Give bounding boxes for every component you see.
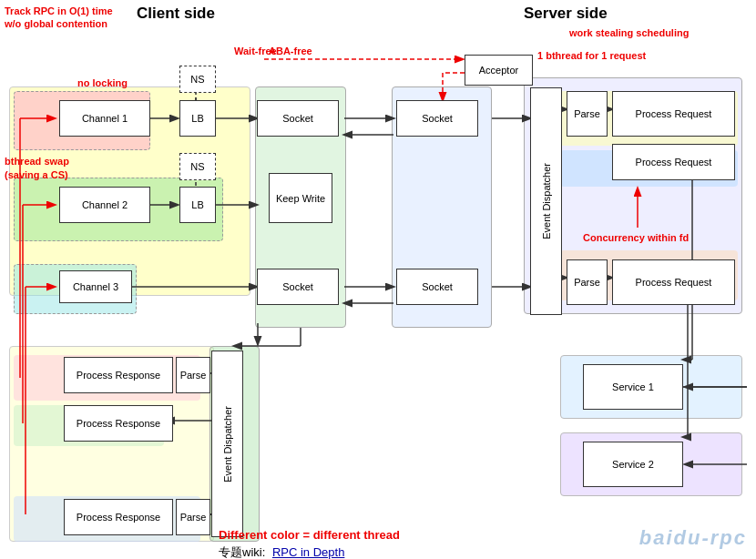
baidu-rpc-watermark: baidu-rpc	[639, 526, 747, 550]
title-server: Server side	[524, 5, 608, 23]
wait-free-label: Wait-free	[234, 46, 277, 56]
process-resp1-box: Process Response	[64, 357, 173, 393]
parse3-client-box: Parse	[176, 357, 210, 393]
event-dispatcher-server-box: Event Dispatcher	[530, 87, 562, 315]
socket-server2-box: Socket	[396, 269, 478, 305]
ns1-box: NS	[179, 66, 216, 93]
process-resp3-box: Process Response	[64, 499, 173, 535]
service1-box: Service 1	[583, 364, 683, 410]
no-locking-label: no locking	[77, 77, 128, 88]
parse1-server-box: Parse	[567, 91, 608, 137]
wiki-link[interactable]: RPC in Depth	[272, 545, 344, 559]
process-req3-box: Process Request	[612, 259, 735, 305]
socket-client1-box: Socket	[257, 100, 339, 137]
ns2-box: NS	[179, 153, 216, 180]
lb1-box: LB	[179, 100, 216, 137]
channel1-box: Channel 1	[59, 100, 150, 137]
one-bthread-label: 1 bthread for 1 request	[537, 50, 646, 61]
bthread-swap-label: bthread swap(saving a CS)	[5, 155, 69, 183]
socket-client3-box: Socket	[257, 269, 339, 305]
title-client: Client side	[137, 5, 215, 23]
process-req1-box: Process Request	[612, 91, 735, 137]
parse2-server-box: Parse	[567, 259, 608, 305]
process-req2-box: Process Request	[612, 144, 735, 180]
service2-box: Service 2	[583, 442, 683, 487]
track-rpc-label: Track RPC in O(1) timew/o global content…	[5, 5, 113, 31]
process-resp2-box: Process Response	[64, 405, 173, 442]
different-color-label: Different color = different thread	[219, 528, 400, 542]
wiki-label: 专题wiki: RPC in Depth	[219, 544, 344, 559]
work-stealing-label: work stealing scheduling	[569, 27, 689, 38]
channel2-box: Channel 2	[59, 187, 150, 223]
lb2-box: LB	[179, 187, 216, 223]
parse3-client2-box: Parse	[176, 499, 210, 535]
socket-server1-box: Socket	[396, 100, 478, 137]
event-dispatcher-client-box: Event Dispatcher	[211, 351, 243, 537]
concurrency-label: Concurrency within fd	[583, 232, 689, 243]
keep-write-box: Keep Write	[269, 173, 332, 223]
channel3-box: Channel 3	[59, 270, 132, 303]
acceptor-box: Acceptor	[465, 55, 533, 86]
